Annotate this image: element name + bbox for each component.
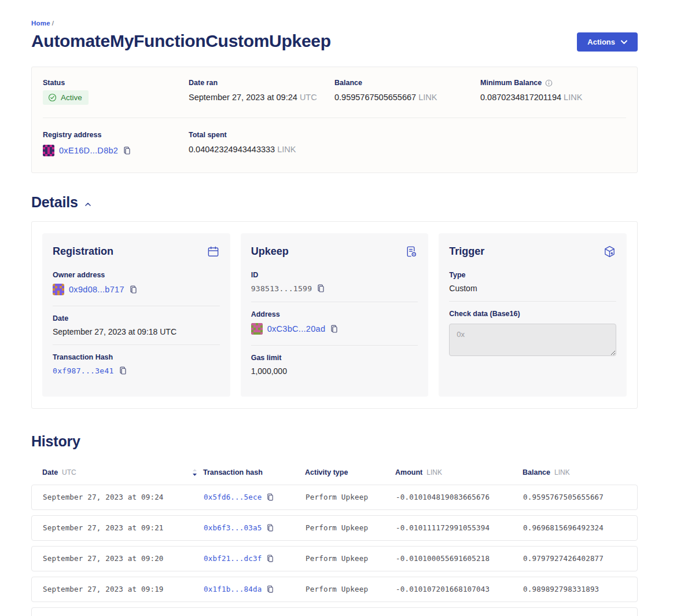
check-data-label: Check data (Base16): [449, 310, 616, 318]
owner-address-label: Owner address: [53, 271, 220, 279]
column-activity-label: Activity type: [305, 468, 348, 476]
trigger-card: Trigger Type Custom Check data (Base16): [439, 233, 627, 397]
row-tx-link[interactable]: 0x1f1b...84da: [204, 585, 262, 593]
status-badge-text: Active: [61, 93, 82, 102]
column-amount-unit: LINK: [426, 468, 442, 476]
gas-limit-label: Gas limit: [251, 354, 418, 362]
upkeep-card: Upkeep ID 938513...1599 Address: [241, 233, 429, 397]
column-header-tx: Transaction hash: [203, 468, 305, 476]
copy-icon[interactable]: [330, 324, 339, 333]
min-balance-unit: LINK: [564, 93, 582, 102]
history-table-header: Date UTC Transaction hash Activity type …: [31, 465, 638, 485]
copy-icon[interactable]: [266, 523, 274, 532]
total-spent-unit: LINK: [277, 145, 296, 154]
balance-unit: LINK: [418, 93, 437, 102]
upkeep-id-field: ID 938513...1599: [251, 266, 418, 302]
upkeep-address-link[interactable]: 0xC3bC...20ad: [267, 324, 326, 333]
breadcrumb: Home/: [31, 20, 638, 27]
date-ran-suffix: UTC: [300, 93, 317, 102]
copy-icon[interactable]: [317, 284, 325, 293]
balance-field: Balance 0.9595767505655667 LINK: [334, 79, 480, 105]
row-tx-link[interactable]: 0xb6f3...03a5: [204, 523, 262, 532]
column-tx-label: Transaction hash: [203, 468, 263, 476]
copy-icon[interactable]: [119, 366, 127, 375]
registry-field: Registry address 0xE16D...D8b2: [43, 131, 189, 159]
row-activity: Perform Upkeep: [306, 585, 396, 593]
actions-button[interactable]: Actions: [577, 32, 638, 52]
trigger-type-label: Type: [449, 271, 616, 279]
column-date-unit: UTC: [62, 468, 76, 476]
registry-address-link[interactable]: 0xE16D...D8b2: [59, 146, 118, 155]
column-header-balance: Balance LINK: [523, 468, 638, 476]
copy-icon[interactable]: [266, 554, 274, 563]
calendar-icon: [207, 245, 220, 258]
chevron-up-icon: [85, 203, 91, 206]
row-amount: -0.010111172991055394: [396, 523, 523, 532]
row-tx-link[interactable]: 0xbf21...dc3f: [204, 554, 262, 563]
row-amount: -0.010107201668107043: [396, 585, 523, 593]
column-amount-label: Amount: [395, 468, 422, 476]
info-icon[interactable]: [545, 79, 553, 87]
row-date: September 27, 2023 at 09:19: [43, 585, 204, 593]
table-row: September 27, 2023 at 09:18 0xf987...3e4…: [31, 607, 638, 616]
registration-title: Registration: [53, 245, 113, 258]
table-row: September 27, 2023 at 09:19 0x1f1b...84d…: [31, 577, 638, 602]
registry-label: Registry address: [43, 131, 189, 139]
trigger-title: Trigger: [449, 245, 484, 258]
registration-date-value: September 27, 2023 at 09:18 UTC: [53, 327, 220, 336]
owner-address-link[interactable]: 0x9d08...b717: [69, 285, 124, 294]
row-activity: Perform Upkeep: [306, 493, 396, 501]
details-collapse-button[interactable]: [84, 201, 92, 207]
upkeep-id-label: ID: [251, 271, 418, 279]
column-header-date[interactable]: Date UTC: [42, 468, 203, 476]
date-ran-field: Date ran September 27, 2023 at 09:24 UTC: [189, 79, 334, 105]
copy-icon[interactable]: [266, 585, 274, 593]
breadcrumb-separator: /: [52, 20, 54, 27]
min-balance-field: Minimum Balance 0.0870234817201194 LINK: [480, 79, 626, 105]
row-balance: 0.9595767505655667: [523, 493, 637, 501]
transaction-hash-link[interactable]: 0xf987...3e41: [53, 366, 114, 375]
details-card: Registration Owner address 0x9d08...b717: [31, 221, 638, 409]
document-gear-icon: [404, 245, 418, 258]
copy-icon[interactable]: [266, 493, 274, 501]
registration-card: Registration Owner address 0x9d08...b717: [42, 233, 230, 397]
row-tx-link[interactable]: 0x5fd6...5ece: [204, 493, 262, 501]
upkeep-id-value: 938513...1599: [251, 284, 312, 293]
history-table: Date UTC Transaction hash Activity type …: [31, 465, 638, 616]
chevron-down-icon: [621, 40, 627, 45]
row-balance: 0.9696815696492324: [523, 523, 637, 532]
sort-descending-icon[interactable]: [192, 468, 197, 476]
column-balance-label: Balance: [523, 468, 550, 476]
column-header-activity: Activity type: [305, 468, 395, 476]
breadcrumb-home-link[interactable]: Home: [31, 20, 50, 27]
check-data-input[interactable]: [449, 324, 616, 356]
column-header-amount: Amount LINK: [395, 468, 523, 476]
table-row: September 27, 2023 at 09:24 0x5fd6...5ec…: [31, 485, 638, 510]
row-activity: Perform Upkeep: [306, 523, 396, 532]
copy-icon[interactable]: [129, 285, 138, 294]
upkeep-address-field: Address 0xC3bC...20ad: [251, 302, 418, 345]
gas-limit-field: Gas limit 1,000,000: [251, 345, 418, 384]
owner-address-field: Owner address 0x9d08...b717: [53, 266, 220, 306]
actions-button-label: Actions: [587, 38, 615, 46]
table-row: September 27, 2023 at 09:21 0xb6f3...03a…: [31, 515, 638, 541]
transaction-hash-field: Transaction Hash 0xf987...3e41: [53, 344, 220, 384]
history-heading: History: [31, 433, 80, 450]
balance-value: 0.9595767505655667: [334, 93, 416, 102]
total-spent-label: Total spent: [189, 131, 334, 139]
check-data-field: Check data (Base16): [449, 301, 616, 366]
upkeep-address-label: Address: [251, 310, 418, 318]
min-balance-value: 0.0870234817201194: [480, 93, 561, 102]
row-date: September 27, 2023 at 09:20: [43, 554, 204, 563]
total-spent-field: Total spent 0.04042324943443333 LINK: [189, 131, 334, 159]
registration-date-label: Date: [53, 314, 220, 322]
total-spent-value: 0.04042324943443333: [189, 145, 275, 154]
trigger-type-field: Type Custom: [449, 266, 616, 301]
row-balance: 0.9797927426402877: [523, 554, 637, 563]
date-ran-label: Date ran: [189, 79, 334, 87]
registry-identicon: [43, 145, 54, 156]
gas-limit-value: 1,000,000: [251, 366, 418, 376]
row-activity: Perform Upkeep: [306, 554, 396, 563]
transaction-hash-label: Transaction Hash: [53, 353, 220, 361]
copy-icon[interactable]: [123, 146, 131, 155]
